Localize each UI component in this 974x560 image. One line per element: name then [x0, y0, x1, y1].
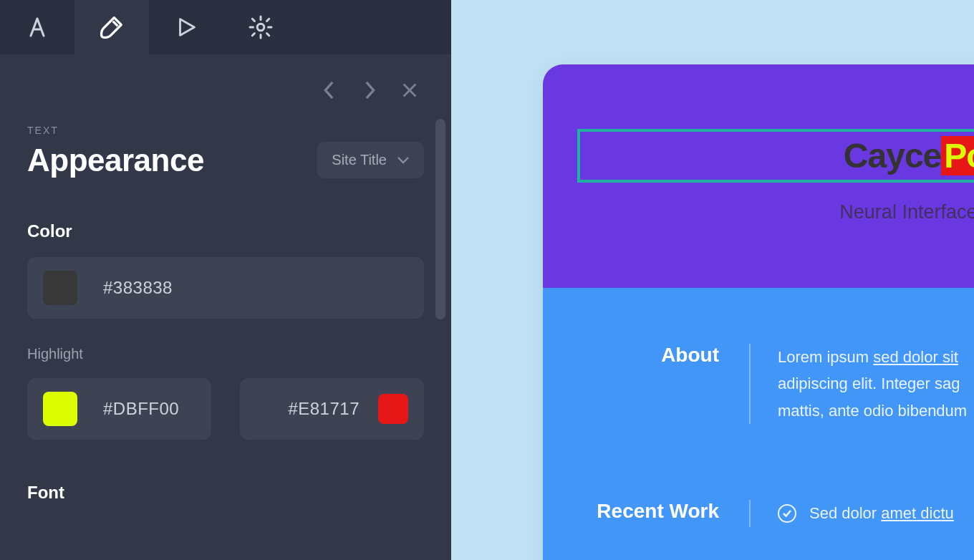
play-icon — [174, 15, 198, 39]
next-button[interactable] — [360, 80, 380, 100]
page-title: Appearance — [27, 143, 204, 178]
title-last-highlighted: Pollard — [941, 136, 974, 175]
site-title[interactable]: Cayce Pollard — [844, 136, 974, 175]
highlight-fg-swatch — [43, 392, 77, 426]
title-first: Cayce — [844, 136, 941, 175]
preview-canvas[interactable]: Cayce Pollard Neural Interface Designer … — [451, 0, 974, 560]
gear-icon — [248, 14, 274, 40]
section-color-title: Color — [27, 221, 424, 241]
brush-icon — [97, 13, 126, 42]
color-main-card[interactable]: #383838 — [27, 257, 424, 319]
highlight-fg-hex: #DBFF00 — [103, 399, 179, 419]
highlight-bg-hex: #E81717 — [288, 399, 360, 419]
close-button[interactable] — [400, 80, 420, 100]
tab-appearance[interactable] — [74, 0, 149, 54]
chevron-down-icon — [397, 156, 410, 165]
element-selector-dropdown[interactable]: Site Title — [317, 142, 424, 178]
text-icon — [24, 14, 50, 40]
tab-text[interactable] — [0, 0, 74, 54]
section-font-title: Font — [27, 483, 424, 503]
site-subtitle[interactable]: Neural Interface Designer — [577, 201, 974, 223]
tab-bar — [0, 0, 451, 54]
recent-row: Recent Work Sed dolor amet dictu — [543, 487, 974, 539]
site-preview: Cayce Pollard Neural Interface Designer … — [543, 64, 974, 560]
about-content[interactable]: Lorem ipsum sed dolor sit adipiscing eli… — [751, 344, 967, 424]
scrollbar[interactable] — [435, 119, 445, 319]
color-main-hex: #383838 — [103, 278, 173, 298]
highlight-fg-card[interactable]: #DBFF00 — [27, 378, 211, 440]
panel-actions — [27, 54, 424, 100]
color-main-swatch — [43, 271, 77, 305]
close-icon — [401, 82, 418, 99]
inspector-panel: TEXT Appearance Site Title Color #383838… — [0, 0, 451, 560]
recent-label[interactable]: Recent Work — [543, 500, 749, 523]
about-row: About Lorem ipsum sed dolor sit adipisci… — [543, 331, 974, 437]
highlight-label: Highlight — [27, 346, 424, 362]
panel-body: TEXT Appearance Site Title Color #383838… — [0, 54, 451, 560]
chevron-right-icon — [362, 80, 377, 100]
highlight-bg-card[interactable]: #E81717 — [240, 378, 424, 440]
check-icon — [778, 504, 796, 523]
site-body: About Lorem ipsum sed dolor sit adipisci… — [543, 288, 974, 560]
about-label[interactable]: About — [543, 344, 749, 367]
highlight-bg-swatch — [378, 394, 408, 424]
selection-outline[interactable]: Cayce Pollard — [577, 129, 974, 183]
chevron-left-icon — [322, 80, 337, 100]
dropdown-label: Site Title — [332, 152, 387, 168]
site-header: Cayce Pollard Neural Interface Designer — [543, 64, 974, 288]
prev-button[interactable] — [319, 80, 339, 100]
svg-point-0 — [257, 24, 264, 31]
recent-content[interactable]: Sed dolor amet dictu — [751, 500, 954, 526]
tab-play[interactable] — [149, 0, 223, 54]
tab-settings[interactable] — [223, 0, 298, 54]
breadcrumb: TEXT — [27, 125, 424, 136]
